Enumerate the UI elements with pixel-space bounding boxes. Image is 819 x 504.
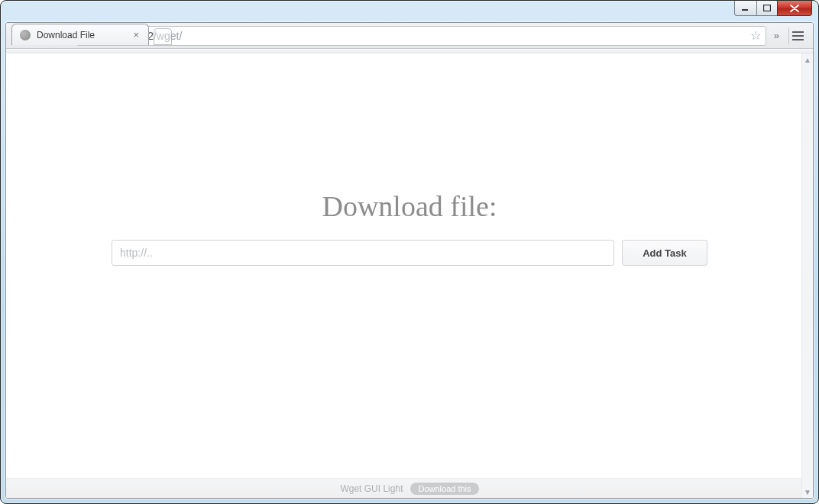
download-form: Add Task <box>112 240 707 266</box>
footer-app-name: Wget GUI Light <box>340 483 403 494</box>
scroll-up-icon[interactable]: ▲ <box>802 53 813 66</box>
page-footer: Wget GUI Light Download this <box>6 478 813 498</box>
favicon-icon <box>20 30 31 40</box>
close-button[interactable] <box>777 1 812 16</box>
tab-title: Download File <box>37 30 95 40</box>
os-window: Download File × 192.168.1.2/wget/ ☆ <box>0 0 819 504</box>
new-tab-button[interactable] <box>154 28 172 45</box>
page-viewport: Download file: Add Task Wget GUI Light D… <box>6 53 813 498</box>
scroll-down-icon[interactable]: ▼ <box>802 486 813 498</box>
svg-rect-1 <box>764 5 771 11</box>
tab-close-button[interactable]: × <box>131 28 141 41</box>
footer-download-link[interactable]: Download this <box>410 483 478 495</box>
browser-chrome: 192.168.1.2/wget/ ☆ » Download file: Add… <box>5 22 814 499</box>
page-content: Download file: Add Task <box>6 22 813 440</box>
svg-rect-0 <box>742 9 748 11</box>
tab-strip: Download File × <box>11 22 172 45</box>
url-input[interactable] <box>112 240 614 266</box>
browser-tab[interactable]: Download File × <box>11 24 149 45</box>
window-caption-buttons <box>735 1 812 16</box>
maximize-button[interactable] <box>756 1 778 16</box>
vertical-scrollbar[interactable]: ▲ ▼ <box>801 53 813 498</box>
minimize-button[interactable] <box>734 1 757 16</box>
add-task-button[interactable]: Add Task <box>622 240 707 266</box>
page-heading: Download file: <box>322 189 497 223</box>
